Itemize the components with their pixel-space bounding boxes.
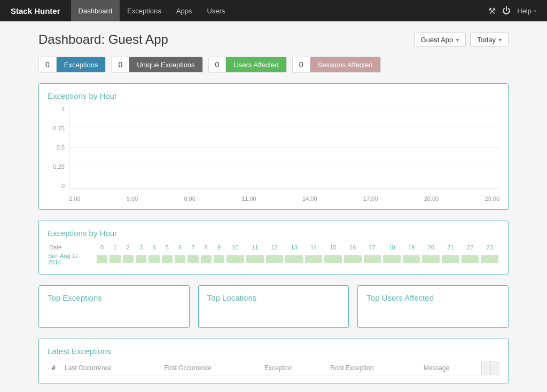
heatmap-panel: Exceptions by Hour Date 0 1 2 3 4 5 6 7 …	[38, 221, 509, 275]
y-label-2: 0.5	[50, 144, 65, 151]
power-icon[interactable]: ⏻	[502, 6, 511, 15]
app-selector-button[interactable]: Guest App ▾	[414, 33, 466, 47]
exceptions-chart-title: Exceptions by Hour	[48, 91, 499, 100]
sessions-affected-count: 0	[293, 57, 310, 72]
heat-cell	[480, 252, 499, 266]
heatmap-h7: 7	[186, 243, 199, 252]
heat-cell	[304, 252, 324, 266]
col-message: Message	[419, 361, 482, 375]
users-affected-label: Users Affected	[226, 57, 286, 72]
app-selector-chevron-icon: ▾	[456, 37, 459, 43]
header-controls: Guest App ▾ Today ▾	[414, 33, 509, 47]
page-title: Dashboard: Guest App	[38, 32, 168, 47]
x-label-2: 8:00	[184, 195, 195, 202]
heatmap-h5: 5	[161, 243, 174, 252]
heatmap-h15: 15	[323, 243, 343, 252]
stat-exceptions: 0 Exceptions	[38, 57, 106, 73]
heatmap-h16: 16	[343, 243, 363, 252]
heatmap-h14: 14	[304, 243, 324, 252]
x-axis: 2:00 5:00 8:00 11:00 14:00 17:00 20:00 2…	[69, 193, 499, 202]
nav-users[interactable]: Users	[199, 0, 232, 21]
y-label-0: 0	[50, 183, 65, 189]
exceptions-label: Exceptions	[57, 57, 106, 72]
heatmap-h2: 2	[122, 243, 135, 252]
latest-exceptions-title: Latest Exceptions	[48, 347, 499, 356]
heat-cell	[135, 252, 147, 266]
heatmap-h0: 0	[96, 243, 108, 252]
heat-cell	[421, 252, 441, 266]
heatmap-table: Date 0 1 2 3 4 5 6 7 8 9 10 11 12 13 14	[48, 243, 499, 266]
heatmap-h18: 18	[382, 243, 402, 252]
nav-right: ⚒ ⏻ Help ▾	[488, 6, 536, 16]
heat-cell	[96, 252, 108, 266]
col-resize-2[interactable]	[491, 361, 500, 375]
heat-cell	[225, 252, 245, 266]
app-selector-label: Guest App	[421, 36, 454, 44]
latest-exceptions-panel: Latest Exceptions # Last Occurrence Firs…	[38, 339, 509, 383]
exceptions-count: 0	[39, 57, 57, 72]
nav-apps[interactable]: Apps	[169, 0, 200, 21]
y-axis: 0 0.25 0.5 0.75 1	[48, 106, 67, 189]
stat-unique-exceptions: 0 Unique Exceptions	[111, 57, 202, 73]
heatmap-h23: 23	[480, 243, 499, 252]
heat-cell	[161, 252, 174, 266]
heat-cell	[402, 252, 421, 266]
heat-cell	[213, 252, 225, 266]
heatmap-h17: 17	[363, 243, 382, 252]
heat-cell	[323, 252, 343, 266]
x-label-0: 2:00	[69, 195, 80, 202]
navbar: Stack Hunter Dashboard Exceptions Apps U…	[0, 0, 547, 21]
sessions-affected-label: Sessions Affected	[310, 57, 380, 72]
nav-links: Dashboard Exceptions Apps Users	[71, 0, 489, 21]
chart-area: 0 0.25 0.5 0.75 1 2:00 5:00 8:00 11:00 1…	[48, 106, 499, 202]
help-chevron-icon: ▾	[534, 8, 536, 14]
stat-sessions-affected: 0 Sessions Affected	[292, 57, 381, 73]
heatmap-h11: 11	[245, 243, 265, 252]
x-label-4: 14:00	[302, 195, 317, 202]
x-label-5: 17:00	[363, 195, 378, 202]
heat-cell	[343, 252, 363, 266]
heatmap-h21: 21	[441, 243, 460, 252]
heatmap-body: Sun Aug 17 2014	[48, 252, 499, 266]
x-label-3: 11:00	[241, 195, 256, 202]
top-locations-title: Top Locations	[207, 293, 340, 302]
header-row: Dashboard: Guest App Guest App ▾ Today ▾	[38, 32, 509, 47]
heat-cell	[186, 252, 199, 266]
x-label-1: 5:00	[127, 195, 138, 202]
top-exceptions-title: Top Exceptions	[48, 293, 181, 302]
stat-users-affected: 0 Users Affected	[208, 57, 287, 73]
col-number: #	[48, 361, 60, 375]
heatmap-title: Exceptions by Hour	[48, 229, 499, 238]
x-label-6: 20:00	[424, 195, 439, 202]
users-affected-count: 0	[209, 57, 226, 72]
chart-canvas	[69, 106, 499, 189]
brand: Stack Hunter	[11, 6, 60, 15]
nav-dashboard[interactable]: Dashboard	[71, 0, 120, 21]
x-label-7: 23:00	[485, 195, 499, 202]
heat-cell	[460, 252, 480, 266]
heat-cell	[108, 252, 121, 266]
heatmap-h3: 3	[135, 243, 147, 252]
top-users-panel: Top Users Affected	[357, 285, 509, 328]
top-users-title: Top Users Affected	[366, 293, 499, 302]
exceptions-chart-panel: Exceptions by Hour 0 0.25 0.5 0.75 1 2:0…	[38, 83, 509, 210]
heatmap-h22: 22	[460, 243, 480, 252]
y-label-1: 0.25	[50, 163, 65, 170]
col-exception: Exception	[260, 361, 326, 375]
nav-exceptions[interactable]: Exceptions	[120, 0, 169, 21]
exception-table: # Last Occurrence First Occurrence Excep…	[48, 361, 499, 375]
heatmap-h12: 12	[265, 243, 285, 252]
col-first-occurrence: First Occurrence	[160, 361, 260, 375]
heatmap-h9: 9	[213, 243, 225, 252]
heatmap-h13: 13	[284, 243, 304, 252]
heatmap-h6: 6	[174, 243, 186, 252]
heat-cell	[200, 252, 213, 266]
heat-cell	[122, 252, 135, 266]
wrench-icon[interactable]: ⚒	[488, 6, 496, 16]
heat-cell	[382, 252, 402, 266]
heatmap-h4: 4	[147, 243, 160, 252]
heat-cell	[245, 252, 265, 266]
help-button[interactable]: Help ▾	[517, 7, 536, 15]
col-resize-1[interactable]	[482, 361, 491, 375]
date-selector-button[interactable]: Today ▾	[470, 33, 509, 47]
